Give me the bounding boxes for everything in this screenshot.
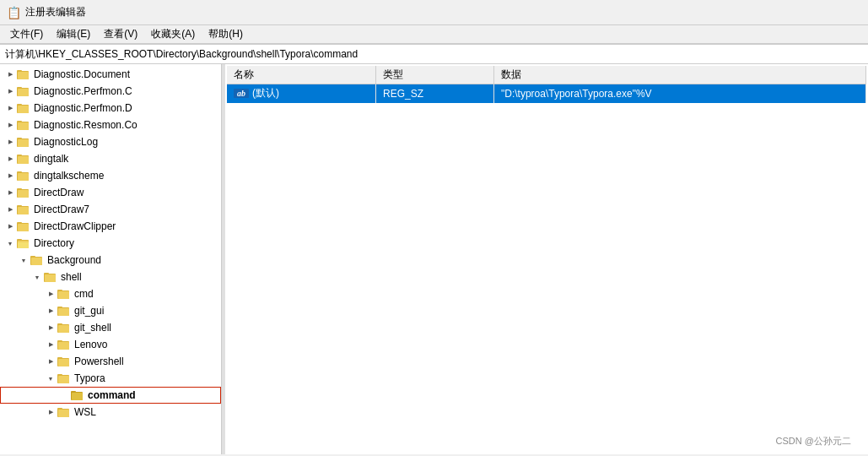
expand-dingtalk[interactable] — [3, 152, 17, 166]
expand-directory[interactable] — [3, 236, 17, 250]
expand-diagnostic-doc[interactable] — [3, 68, 17, 81]
svg-rect-26 — [18, 207, 29, 214]
main-content: Diagnostic.Document Diagnostic.Perfmon.C… — [0, 64, 868, 454]
tree-label-git-shell: git_shell — [74, 322, 111, 334]
expand-diagnostic-perfd[interactable] — [3, 101, 17, 115]
expand-typora[interactable] — [44, 372, 57, 385]
tree-item-command[interactable]: command — [0, 387, 221, 404]
svg-rect-48 — [58, 325, 69, 333]
folder-icon — [57, 339, 71, 350]
expand-diagnostic-resmon[interactable] — [3, 118, 17, 132]
expand-dingtalkscheme[interactable] — [3, 169, 17, 182]
tree-item-wsl[interactable]: WSL — [0, 404, 221, 421]
expand-background[interactable] — [17, 253, 30, 267]
tree-item-diagnosticlog[interactable]: DiagnosticLog — [0, 133, 221, 150]
svg-rect-63 — [58, 410, 69, 417]
svg-rect-5 — [18, 89, 29, 96]
tree-item-dingtalk[interactable]: dingtalk — [0, 150, 221, 167]
tree-item-dingtalkscheme[interactable]: dingtalkscheme — [0, 167, 221, 184]
folder-icon-open — [44, 271, 57, 283]
svg-rect-33 — [18, 242, 29, 248]
svg-rect-29 — [18, 224, 29, 231]
tree-item-typora[interactable]: Typora — [0, 370, 221, 387]
menu-view[interactable]: 查看(V) — [97, 25, 144, 43]
svg-rect-2 — [18, 72, 29, 79]
tree-label-diagnostic-perfc: Diagnostic.Perfmon.C — [34, 85, 132, 97]
folder-icon-open — [30, 254, 44, 266]
folder-icon — [17, 204, 30, 215]
tree-item-directdrawclipper[interactable]: DirectDrawClipper — [0, 218, 221, 235]
expand-git-gui[interactable] — [44, 304, 57, 318]
tree-label-command: command — [88, 389, 136, 401]
expand-directdraw[interactable] — [3, 186, 17, 199]
menu-file[interactable]: 文件(F) — [3, 25, 50, 43]
svg-rect-11 — [18, 122, 29, 130]
svg-rect-57 — [58, 376, 69, 383]
tree-item-git-gui[interactable]: git_gui — [0, 302, 221, 319]
folder-icon — [17, 102, 30, 114]
expand-diagnosticlog[interactable] — [3, 135, 17, 149]
tree-item-lenovo[interactable]: Lenovo — [0, 336, 221, 353]
svg-rect-54 — [58, 359, 69, 366]
svg-rect-39 — [45, 274, 56, 282]
folder-icon — [17, 68, 30, 80]
svg-rect-23 — [18, 190, 29, 198]
folder-icon — [57, 305, 71, 317]
svg-rect-51 — [58, 342, 69, 350]
reg-type-cell: REG_SZ — [376, 84, 494, 103]
folder-icon — [17, 153, 30, 165]
svg-rect-17 — [18, 156, 29, 164]
svg-rect-60 — [72, 393, 83, 400]
tree-label-directory: Directory — [34, 237, 74, 249]
tree-label-lenovo: Lenovo — [74, 339, 107, 350]
expand-diagnostic-perfc[interactable] — [3, 84, 17, 98]
registry-table: 名称 类型 数据 ab (默认) REG_SZ "D:\typroa\Typor… — [227, 66, 866, 103]
tree-item-directory[interactable]: Directory — [0, 235, 221, 252]
svg-rect-20 — [18, 173, 29, 181]
tree-label-typora: Typora — [74, 372, 105, 384]
expand-directdrawclipper[interactable] — [3, 220, 17, 233]
reg-name-cell: ab (默认) — [227, 84, 376, 103]
title-bar: 📋 注册表编辑器 — [0, 0, 868, 25]
expand-shell[interactable] — [30, 270, 44, 284]
tree-label-diagnostic-resmon: Diagnostic.Resmon.Co — [34, 119, 137, 131]
menu-favorites[interactable]: 收藏夹(A) — [144, 25, 202, 43]
address-bar: 计算机\HKEY_CLASSES_ROOT\Directory\Backgrou… — [0, 44, 868, 64]
folder-icon — [17, 136, 30, 148]
menu-edit[interactable]: 编辑(E) — [50, 25, 97, 43]
tree-label-diagnostic-doc: Diagnostic.Document — [34, 68, 130, 80]
menu-help[interactable]: 帮助(H) — [202, 25, 250, 43]
tree-item-diagnostic-doc[interactable]: Diagnostic.Document — [0, 66, 221, 83]
expand-git-shell[interactable] — [44, 321, 57, 334]
expand-wsl[interactable] — [44, 405, 57, 419]
tree-label-directdraw: DirectDraw — [34, 187, 84, 198]
folder-icon — [17, 187, 30, 198]
tree-item-diagnostic-perfc[interactable]: Diagnostic.Perfmon.C — [0, 83, 221, 100]
tree-item-diagnostic-perfd[interactable]: Diagnostic.Perfmon.D — [0, 100, 221, 117]
tree-item-shell[interactable]: shell — [0, 269, 221, 285]
expand-cmd[interactable] — [44, 287, 57, 301]
svg-rect-36 — [31, 258, 42, 265]
expand-powershell[interactable] — [44, 355, 57, 368]
tree-item-cmd[interactable]: cmd — [0, 285, 221, 302]
tree-pane[interactable]: Diagnostic.Document Diagnostic.Perfmon.C… — [0, 64, 222, 454]
col-type: 类型 — [376, 66, 494, 84]
svg-rect-8 — [18, 106, 29, 113]
tree-item-git-shell[interactable]: git_shell — [0, 319, 221, 336]
tree-item-powershell[interactable]: Powershell — [0, 353, 221, 370]
tree-label-dingtalk: dingtalk — [34, 153, 68, 165]
tree-item-directdraw7[interactable]: DirectDraw7 — [0, 201, 221, 218]
table-row[interactable]: ab (默认) REG_SZ "D:\typroa\Typora\Typora.… — [227, 84, 866, 103]
expand-directdraw7[interactable] — [3, 203, 17, 216]
folder-icon — [57, 356, 71, 367]
svg-rect-14 — [18, 139, 29, 147]
folder-icon-selected — [71, 389, 84, 401]
expand-lenovo[interactable] — [44, 338, 57, 351]
tree-item-background[interactable]: Background — [0, 252, 221, 269]
app-icon: 📋 — [7, 6, 20, 19]
tree-item-directdraw[interactable]: DirectDraw — [0, 184, 221, 201]
tree-item-diagnostic-resmon[interactable]: Diagnostic.Resmon.Co — [0, 117, 221, 133]
col-data: 数据 — [494, 66, 866, 84]
svg-rect-45 — [58, 308, 69, 316]
col-name: 名称 — [227, 66, 376, 84]
